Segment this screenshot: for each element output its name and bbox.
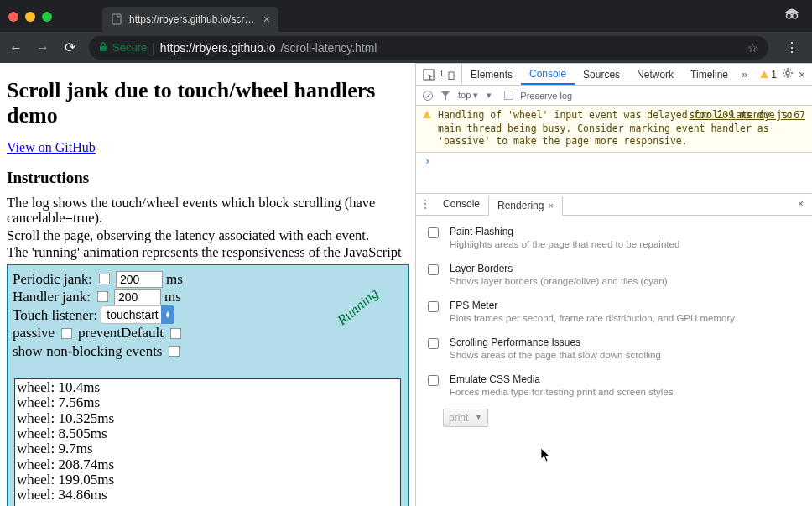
show-nonblocking-checkbox[interactable]	[169, 345, 180, 357]
page-content: Scroll jank due to touch/wheel handlers …	[0, 63, 415, 506]
periodic-jank-input[interactable]	[116, 271, 163, 288]
minimize-window-icon[interactable]	[25, 12, 35, 22]
rendering-checkbox[interactable]	[428, 264, 439, 275]
bookmark-star-icon[interactable]: ☆	[747, 41, 758, 55]
log-line: wheel: 10.325ms	[17, 411, 398, 426]
incognito-icon	[783, 7, 800, 23]
tab-sources[interactable]: Sources	[575, 64, 628, 85]
rendering-checkbox[interactable]	[428, 227, 439, 238]
periodic-jank-checkbox[interactable]	[99, 274, 111, 285]
drawer-tab-strip: ⋮ Console Rendering × ×	[416, 193, 812, 216]
close-tab-icon[interactable]: ×	[263, 13, 270, 26]
log-line: wheel: 8.505ms	[17, 426, 398, 441]
reload-icon[interactable]: ⟳	[62, 39, 77, 55]
rendering-option-desc: Shows layer borders (orange/olive) and t…	[450, 276, 668, 286]
settings-gear-icon[interactable]	[782, 67, 794, 81]
lock-icon	[99, 41, 107, 55]
prevent-default-checkbox[interactable]	[170, 327, 182, 339]
device-toggle-icon[interactable]	[441, 70, 455, 80]
console-prompt[interactable]: ›	[416, 153, 812, 170]
maximize-window-icon[interactable]	[42, 12, 52, 22]
passive-checkbox[interactable]	[61, 327, 73, 339]
browser-tab[interactable]: https://rbyers.github.io/scroll-l ×	[102, 7, 278, 32]
close-tab-icon[interactable]: ×	[548, 201, 553, 211]
tab-elements[interactable]: Elements	[462, 64, 521, 85]
handler-jank-label: Handler jank:	[13, 288, 91, 305]
log-line: wheel: 7.56ms	[17, 395, 398, 410]
handler-jank-checkbox[interactable]	[97, 291, 109, 303]
devtools-tab-strip: Elements Console Sources Network Timelin…	[416, 64, 812, 86]
rendering-checkbox[interactable]	[428, 301, 439, 312]
drawer-close-icon[interactable]: ×	[789, 194, 812, 215]
warning-icon	[760, 70, 768, 78]
svg-rect-3	[100, 46, 107, 51]
handler-jank-input[interactable]	[114, 289, 161, 305]
rendering-option-title: FPS Meter	[450, 300, 735, 311]
show-nonblocking-label: show non-blocking events	[13, 342, 162, 360]
warning-icon	[423, 111, 431, 118]
drawer-tab-rendering[interactable]: Rendering ×	[488, 196, 563, 216]
ms-label: ms	[164, 288, 181, 305]
log-line: wheel: 9.7ms	[17, 441, 398, 456]
clear-console-icon[interactable]	[423, 91, 433, 101]
tab-network[interactable]: Network	[628, 64, 682, 85]
omnibox[interactable]: Secure | https://rbyers.github.io/scroll…	[89, 36, 768, 60]
rendering-option-title: Scrolling Performance Issues	[450, 336, 661, 348]
preserve-log-toggle[interactable]: Preserve log	[500, 87, 572, 103]
svg-point-2	[793, 13, 798, 18]
warning-count-badge[interactable]: 1	[760, 69, 777, 81]
svg-point-1	[787, 13, 792, 18]
console-source-link[interactable]: scroll-latency.js:67	[690, 109, 805, 121]
rendering-checkbox[interactable]	[428, 338, 439, 349]
svg-rect-6	[449, 72, 454, 80]
rendering-option: Paint FlashingHighlights areas of the pa…	[424, 221, 804, 258]
drawer-tab-console[interactable]: Console	[435, 194, 488, 215]
instructions-line: The log shows the touch/wheel events whi…	[7, 196, 409, 227]
drawer-menu-icon[interactable]: ⋮	[416, 194, 435, 215]
rendering-option-title: Emulate CSS Media	[450, 373, 674, 385]
page-icon	[111, 13, 122, 25]
instructions-line: The 'running' animation represents the r…	[7, 245, 409, 260]
filter-icon[interactable]	[441, 91, 450, 100]
close-window-icon[interactable]	[8, 12, 18, 22]
level-dropdown-icon[interactable]: ▾	[487, 90, 492, 101]
tab-timeline[interactable]: Timeline	[682, 64, 737, 85]
url-path: /scroll-latency.html	[281, 41, 377, 55]
nav-back-icon[interactable]: ←	[8, 40, 23, 55]
rendering-panel: Paint FlashingHighlights areas of the pa…	[416, 216, 812, 506]
select-arrow-icon: ▴▾	[161, 305, 174, 324]
page-title: Scroll jank due to touch/wheel handlers …	[7, 78, 409, 128]
browser-menu-icon[interactable]: ⋮	[780, 39, 804, 55]
preserve-log-checkbox[interactable]	[504, 91, 514, 101]
emulate-media-select[interactable]: print▼	[443, 409, 488, 427]
svg-point-7	[786, 71, 789, 75]
rendering-option: Scrolling Performance IssuesShows areas …	[424, 331, 804, 368]
tab-strip: https://rbyers.github.io/scroll-l ×	[0, 0, 812, 32]
rendering-option-title: Paint Flashing	[450, 226, 679, 237]
rendering-option: Emulate CSS MediaForces media type for t…	[424, 368, 804, 405]
nav-forward-icon: →	[35, 40, 50, 55]
devtools-close-icon[interactable]: ×	[799, 68, 805, 81]
log-line: wheel: 34.86ms	[17, 488, 398, 503]
rendering-option-title: Layer Borders	[450, 263, 668, 274]
demo-panel: Periodic jank: ms Handler jank: ms Touch…	[7, 264, 409, 506]
tab-console[interactable]: Console	[521, 64, 575, 85]
emulate-media-value: print	[449, 412, 468, 424]
tabs-overflow-icon[interactable]: »	[737, 64, 752, 85]
github-link[interactable]: View on GitHub	[7, 140, 96, 154]
address-bar: ← → ⟳ Secure | https://rbyers.github.io/…	[0, 32, 812, 63]
passive-label: passive	[13, 324, 55, 342]
rendering-option: Layer BordersShows layer borders (orange…	[424, 258, 804, 295]
console-warning-row: Handling of 'wheel' input event was dela…	[416, 106, 812, 153]
periodic-jank-label: Periodic jank:	[13, 270, 92, 288]
window-controls	[8, 12, 52, 22]
rendering-checkbox[interactable]	[428, 375, 439, 386]
rendering-option-desc: Plots frames per second, frame rate dist…	[450, 313, 735, 323]
log-line: wheel: 208.74ms	[17, 457, 398, 472]
scope-dropdown[interactable]: top ▾	[458, 90, 478, 101]
rendering-option-desc: Shows areas of the page that slow down s…	[450, 350, 661, 360]
console-filter-bar: top ▾ ▾ Preserve log	[416, 86, 812, 106]
secure-label: Secure	[112, 41, 147, 54]
inspect-icon[interactable]	[423, 69, 435, 81]
event-log[interactable]: wheel: 10.4mswheel: 7.56mswheel: 10.325m…	[14, 378, 401, 506]
